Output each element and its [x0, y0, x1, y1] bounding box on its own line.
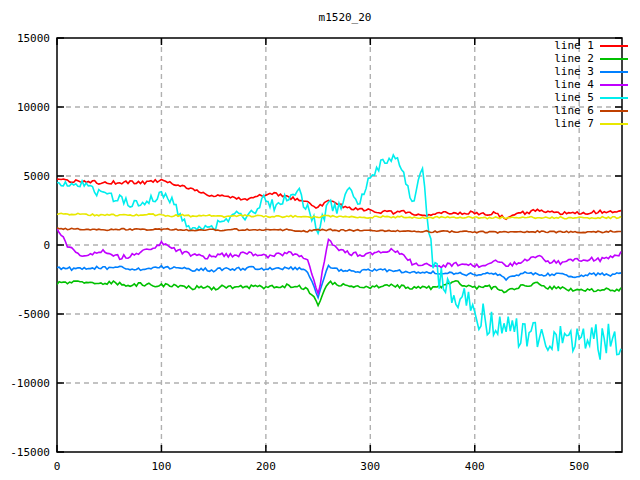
legend-line-sample [600, 97, 628, 99]
y-tick-label: 0 [2, 239, 50, 252]
x-tick-label: 200 [256, 460, 276, 473]
y-tick-label: -10000 [2, 377, 50, 390]
legend-line-sample [600, 84, 628, 86]
legend-line-sample [600, 45, 628, 47]
legend-item: line 3 [524, 65, 628, 78]
x-tick-label: 0 [54, 460, 61, 473]
legend-label: line 3 [524, 65, 594, 78]
legend-label: line 6 [524, 104, 594, 117]
legend-item: line 5 [524, 91, 628, 104]
legend-item: line 2 [524, 52, 628, 65]
legend-label: line 4 [524, 78, 594, 91]
series-line-2 [57, 281, 621, 306]
legend-line-sample [600, 58, 628, 60]
y-tick-label: 15000 [2, 32, 50, 45]
legend-label: line 5 [524, 91, 594, 104]
x-tick-label: 400 [465, 460, 485, 473]
legend-item: line 1 [524, 39, 628, 52]
y-tick-label: 10000 [2, 101, 50, 114]
chart-window: m1520_20 -15000-10000-500005000100001500… [0, 0, 640, 480]
series-line-1 [57, 179, 621, 219]
y-tick-label: -15000 [2, 446, 50, 459]
x-tick-label: 300 [360, 460, 380, 473]
series-line-6 [57, 228, 621, 233]
x-tick-label: 100 [151, 460, 171, 473]
legend-label: line 2 [524, 52, 594, 65]
series-line-3 [57, 266, 621, 298]
legend-item: line 4 [524, 78, 628, 91]
legend-line-sample [600, 110, 628, 112]
legend-line-sample [600, 123, 628, 125]
series-line-7 [57, 213, 621, 219]
legend-item: line 7 [524, 117, 628, 130]
legend-item: line 6 [524, 104, 628, 117]
legend-line-sample [600, 71, 628, 73]
legend-label: line 1 [524, 39, 594, 52]
y-tick-label: -5000 [2, 308, 50, 321]
legend-label: line 7 [524, 117, 594, 130]
x-tick-label: 500 [569, 460, 589, 473]
y-tick-label: 5000 [2, 170, 50, 183]
